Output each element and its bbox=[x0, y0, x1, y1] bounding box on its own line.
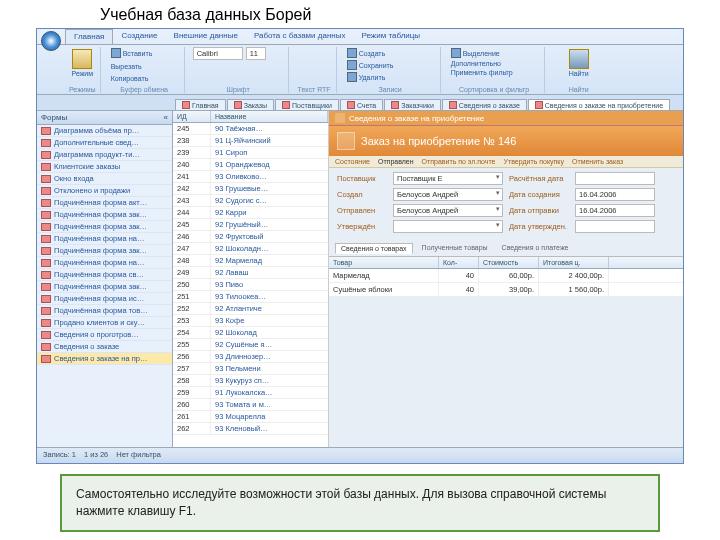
doc-tab[interactable]: Заказчики bbox=[384, 99, 441, 110]
subtab-items[interactable]: Сведения о товарах bbox=[335, 243, 413, 254]
apdate-input[interactable] bbox=[575, 220, 655, 233]
crdate-input[interactable]: 16.04.2006 bbox=[575, 188, 655, 201]
table-row[interactable]: 23991 Сироп bbox=[173, 147, 328, 159]
subgrid-row[interactable]: Мармелад4060,00р.2 400,00р. bbox=[329, 269, 683, 283]
doc-tab[interactable]: Счета bbox=[340, 99, 383, 110]
copy-button[interactable]: Копировать bbox=[109, 74, 151, 83]
view-button[interactable]: Режим bbox=[69, 47, 96, 79]
nav-item[interactable]: Подчинённая форма зак… bbox=[37, 209, 172, 221]
save-button[interactable]: Сохранить bbox=[345, 59, 396, 71]
table-row[interactable]: 24792 Шоколадн… bbox=[173, 243, 328, 255]
table-row[interactable]: 25793 Пельмени bbox=[173, 363, 328, 375]
nav-item[interactable]: Сведения о проготров… bbox=[37, 329, 172, 341]
table-row[interactable]: 24392 Судогис с… bbox=[173, 195, 328, 207]
table-row[interactable]: 25393 Кофе bbox=[173, 315, 328, 327]
nav-item[interactable]: Подчинённая форма зак… bbox=[37, 281, 172, 293]
nav-item[interactable]: Подчинённая форма св… bbox=[37, 269, 172, 281]
table-row[interactable]: 24492 Карри bbox=[173, 207, 328, 219]
record-nav[interactable]: Запись: 1 bbox=[43, 450, 76, 461]
table-row[interactable]: 25991 Лукокалска… bbox=[173, 387, 328, 399]
advanced-filter-button[interactable]: Дополнительно bbox=[449, 59, 503, 68]
table-row[interactable]: 23891 Ц-Яйчинский bbox=[173, 135, 328, 147]
table-row[interactable]: 26093 Томата и м… bbox=[173, 399, 328, 411]
office-orb[interactable] bbox=[41, 31, 61, 51]
nav-header[interactable]: Формы « bbox=[37, 111, 172, 125]
table-row[interactable]: 24193 Оливково… bbox=[173, 171, 328, 183]
nav-item[interactable]: Отклонено и продажи bbox=[37, 185, 172, 197]
nav-item[interactable]: Сведения о заказе bbox=[37, 341, 172, 353]
nav-item[interactable]: Дополнительные свед… bbox=[37, 137, 172, 149]
nav-item[interactable]: Продано клиентов и ску… bbox=[37, 317, 172, 329]
col-id[interactable]: ИД bbox=[173, 111, 211, 122]
supplier-input[interactable]: Поставщик Е bbox=[393, 172, 503, 185]
nav-item[interactable]: Подчинённая форма на… bbox=[37, 257, 172, 269]
save-icon bbox=[347, 60, 357, 70]
table-row[interactable]: 25292 Атлантиче bbox=[173, 303, 328, 315]
sub-col-qty[interactable]: Кол- bbox=[439, 257, 479, 268]
table-row[interactable]: 25492 Шоколад bbox=[173, 327, 328, 339]
sub-col-product[interactable]: Товар bbox=[329, 257, 439, 268]
selection-button[interactable]: Выделение bbox=[449, 47, 502, 59]
doc-tab[interactable]: Сведения о заказе на приобретение bbox=[528, 99, 670, 110]
toggle-filter-button[interactable]: Применить фильтр bbox=[449, 68, 515, 77]
ribbon: Главная Создание Внешние данные Работа с… bbox=[37, 29, 683, 95]
nav-item[interactable]: Подчинённая форма ис… bbox=[37, 293, 172, 305]
ribbon-tab-external[interactable]: Внешние данные bbox=[166, 29, 246, 44]
table-row[interactable]: 24091 Оранджевод bbox=[173, 159, 328, 171]
confirmed-input[interactable] bbox=[393, 220, 503, 233]
subtab-payment[interactable]: Сведения о платеже bbox=[497, 243, 574, 254]
nav-item[interactable]: Диаграмма продукт-ти… bbox=[37, 149, 172, 161]
nav-item[interactable]: Подчинённая форма тов… bbox=[37, 305, 172, 317]
table-row[interactable]: 24592 Грушёный… bbox=[173, 219, 328, 231]
nav-item[interactable]: Окно входа bbox=[37, 173, 172, 185]
doc-tab[interactable]: Сведения о заказе bbox=[442, 99, 527, 110]
subgrid-row[interactable]: Сушёные яблоки4039,00р.1 560,00р. bbox=[329, 283, 683, 297]
font-name[interactable]: Calibri bbox=[193, 47, 243, 60]
table-row[interactable]: 25693 Длиннозер… bbox=[173, 351, 328, 363]
created-input[interactable]: Белоусов Андрей bbox=[393, 188, 503, 201]
table-row[interactable]: 24692 Фруктовый bbox=[173, 231, 328, 243]
col-name[interactable]: Название bbox=[211, 111, 328, 122]
ribbon-tab-dbtools[interactable]: Работа с базами данных bbox=[246, 29, 354, 44]
ribbon-tab-create[interactable]: Создание bbox=[113, 29, 165, 44]
font-size[interactable]: 11 bbox=[246, 47, 266, 60]
table-row[interactable]: 24892 Мармелад bbox=[173, 255, 328, 267]
nav-item[interactable]: Подчинённая форма акт… bbox=[37, 197, 172, 209]
nav-item[interactable]: Подчинённая форма зак… bbox=[37, 245, 172, 257]
doc-tab[interactable]: Главная bbox=[175, 99, 226, 110]
doc-tab[interactable]: Заказы bbox=[227, 99, 274, 110]
email-button[interactable]: Отправить по эл.почте bbox=[422, 158, 496, 165]
sub-col-total[interactable]: Итоговая ц. bbox=[539, 257, 609, 268]
approve-button[interactable]: Утвердить покупку bbox=[504, 158, 564, 165]
table-row[interactable]: 24293 Грушевые… bbox=[173, 183, 328, 195]
table-row[interactable]: 25093 Пиво bbox=[173, 279, 328, 291]
table-row[interactable]: 25592 Сушёные я… bbox=[173, 339, 328, 351]
ribbon-tab-datasheet[interactable]: Режим таблицы bbox=[354, 29, 429, 44]
doc-tab[interactable]: Поставщики bbox=[275, 99, 339, 110]
cancel-order-button[interactable]: Отменить заказ bbox=[572, 158, 623, 165]
nav-item[interactable]: Подчинённая форма зак… bbox=[37, 221, 172, 233]
delete-button[interactable]: Удалить bbox=[345, 71, 388, 83]
nav-item[interactable]: Сведения о заказе на пр… bbox=[37, 353, 172, 365]
cut-button[interactable]: Вырезать bbox=[109, 62, 144, 71]
table-row[interactable]: 25193 Тилоокеа… bbox=[173, 291, 328, 303]
paste-button[interactable]: Вставить bbox=[109, 47, 155, 59]
new-record-button[interactable]: Создать bbox=[345, 47, 388, 59]
table-row[interactable]: 25893 Кукуруз сп… bbox=[173, 375, 328, 387]
subtab-received[interactable]: Полученные товары bbox=[417, 243, 493, 254]
datasheet-grid[interactable]: ИДНазвание 24590 Таёжная…23891 Ц-Яйчинск… bbox=[173, 111, 329, 447]
approved-input[interactable]: Белоусов Андрей bbox=[393, 204, 503, 217]
table-row[interactable]: 24590 Таёжная… bbox=[173, 123, 328, 135]
table-row[interactable]: 26293 Кленовый… bbox=[173, 423, 328, 435]
sub-col-cost[interactable]: Стоимость bbox=[479, 257, 539, 268]
nav-item[interactable]: Диаграмма объёма пр… bbox=[37, 125, 172, 137]
nav-item[interactable]: Клиентские заказы bbox=[37, 161, 172, 173]
ribbon-tab-home[interactable]: Главная bbox=[65, 29, 113, 44]
table-row[interactable]: 24992 Лаваш bbox=[173, 267, 328, 279]
calcdate-input[interactable] bbox=[575, 172, 655, 185]
shdate-input[interactable]: 16.04.2006 bbox=[575, 204, 655, 217]
find-button[interactable]: Найти bbox=[553, 47, 605, 79]
table-row[interactable]: 26193 Моцарелла bbox=[173, 411, 328, 423]
nav-item[interactable]: Подчинённая форма на… bbox=[37, 233, 172, 245]
approved-label: Отправлен bbox=[337, 206, 387, 215]
